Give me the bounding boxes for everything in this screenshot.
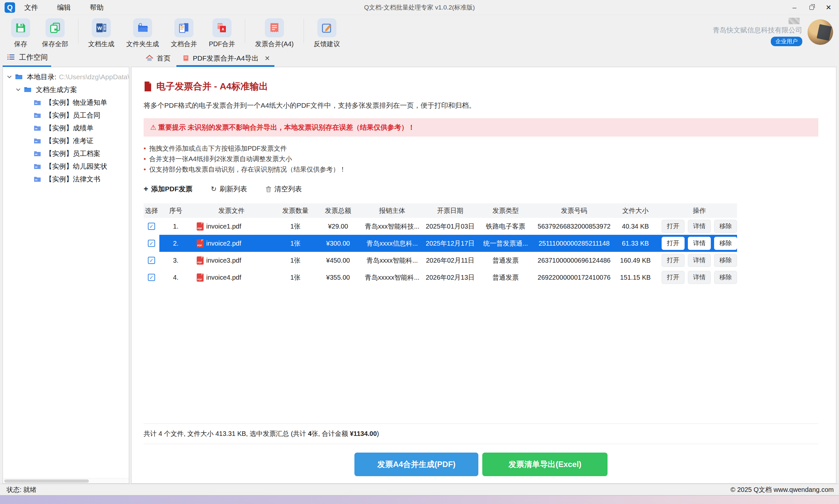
toolbar-doc-merge-button[interactable]: 文档合并	[165, 18, 203, 49]
chevron-down-icon[interactable]	[7, 74, 12, 78]
col-header: 发票号码	[539, 206, 609, 215]
tree-label: 【实例】员工合同	[45, 111, 100, 120]
menu-edit[interactable]: 编辑	[57, 3, 71, 12]
open-button[interactable]: 打开	[662, 237, 685, 250]
col-header: 序号	[159, 206, 192, 215]
avatar[interactable]	[807, 19, 833, 45]
title-bar: Q 文件 编辑 帮助 Q文档-文档批量处理专家 v1.0.2(标准版) – ✕	[0, 0, 839, 15]
col-header: 报销主体	[356, 206, 428, 215]
scrollbar-thumb[interactable]	[4, 480, 89, 483]
warning-banner: ⚠ 重要提示 未识别的发票不影响合并导出，本地发票识别存在误差（结果仅供参考）！	[143, 118, 818, 137]
toolbar-label: 保存	[14, 40, 27, 49]
doc-merge-icon	[174, 18, 193, 37]
clear-list-button[interactable]: 清空列表	[266, 184, 302, 194]
toolbar-pdf-merge-button[interactable]: PDFA PDF合并	[203, 18, 241, 49]
tree-item-example[interactable]: 【实例】物业通知单	[3, 96, 129, 109]
col-header: 开票日期	[428, 206, 472, 215]
action-label: 添加PDF发票	[151, 184, 192, 194]
toolbar-save-button[interactable]: 保存	[5, 18, 36, 49]
restore-button[interactable]	[803, 0, 820, 15]
tab-label: PDF发票合并-A4导出	[193, 54, 259, 63]
open-button[interactable]: 打开	[662, 220, 685, 233]
tree-item-example[interactable]: 【实例】准考证	[3, 134, 129, 147]
desktop-strip	[0, 496, 839, 504]
tip-item: 合并支持一张A4纸排列2张发票自动调整发票大小	[143, 154, 818, 164]
action-label: 清空列表	[274, 184, 302, 194]
cell-actions: 打开 详情 移除	[662, 271, 737, 284]
remove-button[interactable]: 移除	[714, 237, 737, 250]
tree-item-example[interactable]: 【实例】员工合同	[3, 109, 129, 122]
file-name: invoice3.pdf	[206, 257, 241, 264]
folder-icon	[15, 73, 23, 81]
home-icon	[145, 54, 153, 62]
row-checkbox[interactable]	[148, 274, 155, 281]
remove-button[interactable]: 移除	[714, 220, 737, 233]
action-label: 刷新列表	[220, 184, 247, 194]
cell-date: 2025年01月03日	[428, 222, 472, 231]
row-checkbox[interactable]	[148, 240, 155, 247]
toolbar-save-all-button[interactable]: 保存全部	[36, 18, 74, 49]
cell-number: 26922000000172410076	[539, 274, 609, 281]
row-checkbox[interactable]	[148, 223, 155, 230]
detail-button[interactable]: 详情	[688, 271, 711, 284]
col-header: 发票类型	[472, 206, 539, 215]
toolbar-separator	[304, 19, 304, 43]
table-row[interactable]: 1. invoice1.pdf 1张 ¥29.00 青岛xxx智能科技... 2…	[143, 218, 737, 235]
table-row[interactable]: 4. invoice4.pdf 1张 ¥355.00 青岛xxxxx智能科...…	[143, 269, 737, 286]
export-excel-button[interactable]: 发票清单导出(Excel)	[482, 453, 607, 476]
cell-number: 26371000000696124486	[539, 257, 609, 264]
chevron-down-icon[interactable]	[16, 87, 20, 91]
toolbar-label: 发票合并(A4)	[255, 40, 294, 49]
subheader: 工作空间 首页 PDF发票合并-A4导出 ✕	[0, 50, 839, 67]
cell-file: invoice1.pdf	[192, 222, 271, 231]
horizontal-scrollbar[interactable]	[3, 478, 129, 483]
summary-total-amount: ¥1134.00	[350, 430, 377, 437]
save-all-icon	[46, 18, 65, 37]
folder-icon	[33, 124, 41, 132]
tree-folder-docgen[interactable]: 文档生成方案	[3, 83, 129, 96]
row-checkbox[interactable]	[148, 257, 155, 264]
cell-entity: 青岛xxxx信息科...	[356, 239, 428, 248]
toolbar-doc-generate-button[interactable]: W 文档生成	[82, 18, 120, 49]
open-button[interactable]: 打开	[662, 254, 685, 267]
cell-serial: 2.	[159, 240, 192, 247]
toolbar-folder-generate-button[interactable]: 文件夹生成	[120, 18, 165, 49]
detail-button[interactable]: 详情	[688, 220, 711, 233]
status-text: 状态: 就绪	[6, 485, 36, 494]
folder-icon	[33, 162, 41, 170]
detail-button[interactable]: 详情	[688, 254, 711, 267]
tab-pdf-invoice-merge[interactable]: PDF发票合并-A4导出 ✕	[176, 50, 274, 67]
toolbar-feedback-button[interactable]: 反馈建议	[308, 18, 346, 49]
menu-help[interactable]: 帮助	[90, 3, 104, 12]
detail-button[interactable]: 详情	[688, 237, 711, 250]
add-pdf-invoice-button[interactable]: + 添加PDF发票	[143, 184, 192, 194]
file-name: invoice1.pdf	[206, 223, 241, 230]
workspace-sidebar: 本地目录: C:\Users\dzg\AppData\Roa 文档生成方案 【实…	[3, 67, 129, 484]
remove-button[interactable]: 移除	[714, 271, 737, 284]
menu-file[interactable]: 文件	[24, 3, 38, 12]
tree-item-example[interactable]: 【实例】员工档案	[3, 147, 129, 160]
refresh-list-button[interactable]: ↻ 刷新列表	[211, 184, 247, 194]
toolbar-label: 文档合并	[171, 40, 197, 49]
tree-label: 【实例】准考证	[45, 136, 93, 145]
tab-label: 首页	[157, 54, 171, 63]
tree-item-example[interactable]: 【实例】成绩单	[3, 122, 129, 134]
tree-root-local-dir[interactable]: 本地目录: C:\Users\dzg\AppData\Roa	[3, 70, 129, 83]
cell-date: 2025年12月17日	[428, 239, 472, 248]
folder-icon	[33, 111, 41, 119]
open-button[interactable]: 打开	[662, 271, 685, 284]
close-button[interactable]: ✕	[820, 0, 837, 15]
minimize-button[interactable]: –	[786, 0, 803, 15]
toolbar-label: PDF合并	[209, 40, 235, 49]
table-header: 选择 序号 发票文件 发票数量 发票总额 报销主体 开票日期 发票类型 发票号码…	[143, 203, 737, 218]
toolbar-invoice-merge-button[interactable]: 发票合并(A4)	[249, 18, 299, 49]
table-row-selected[interactable]: 2. invoice2.pdf 1张 ¥300.00 青岛xxxx信息科... …	[143, 235, 737, 252]
table-row[interactable]: 3. invoice3.pdf 1张 ¥450.00 青岛xxxx智能科... …	[143, 252, 737, 269]
tree-item-example[interactable]: 【实例】幼儿园奖状	[3, 160, 129, 173]
tree-item-example[interactable]: 【实例】法律文书	[3, 173, 129, 185]
remove-button[interactable]: 移除	[714, 254, 737, 267]
tab-close-icon[interactable]: ✕	[264, 54, 270, 62]
tab-home[interactable]: 首页	[140, 50, 176, 67]
invoice-receipt-icon	[265, 18, 284, 37]
merge-pdf-button[interactable]: 发票A4合并生成(PDF)	[355, 453, 478, 476]
